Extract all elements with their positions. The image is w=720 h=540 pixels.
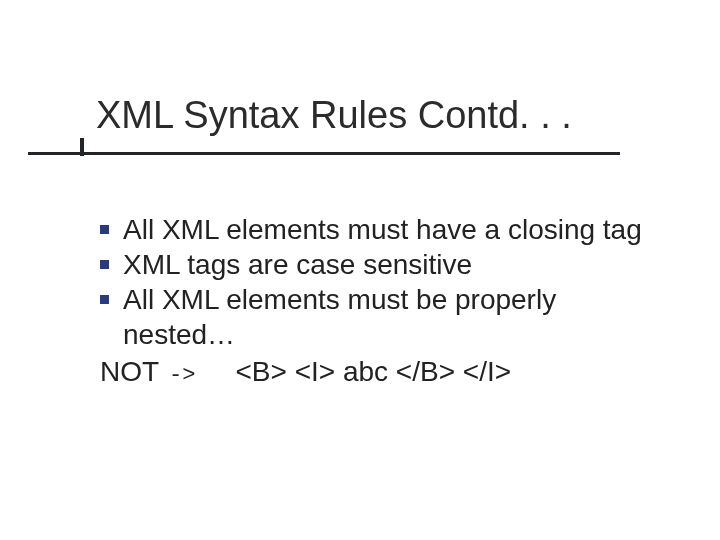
list-item: All XML elements must be properly nested… <box>100 282 660 352</box>
title-rule <box>28 152 620 155</box>
slide: XML Syntax Rules Contd. . . All XML elem… <box>0 0 720 540</box>
code-example: <B> <I> abc </B> </I> <box>236 354 512 389</box>
title-area: XML Syntax Rules Contd. . . <box>96 94 680 137</box>
slide-body: All XML elements must have a closing tag… <box>100 212 660 390</box>
list-item: XML tags are case sensitive <box>100 247 660 282</box>
bullet-text: All XML elements must have a closing tag <box>123 212 660 247</box>
not-label: NOT <box>100 354 159 389</box>
bullet-icon <box>100 260 109 269</box>
bullet-icon <box>100 225 109 234</box>
bullet-text: All XML elements must be properly nested… <box>123 282 660 352</box>
bullet-icon <box>100 295 109 304</box>
list-item: All XML elements must have a closing tag <box>100 212 660 247</box>
not-example-line: NOT -> <B> <I> abc </B> </I> <box>100 354 660 390</box>
bullet-text: XML tags are case sensitive <box>123 247 660 282</box>
slide-title: XML Syntax Rules Contd. . . <box>96 94 680 137</box>
arrow-icon: -> <box>169 362 195 390</box>
